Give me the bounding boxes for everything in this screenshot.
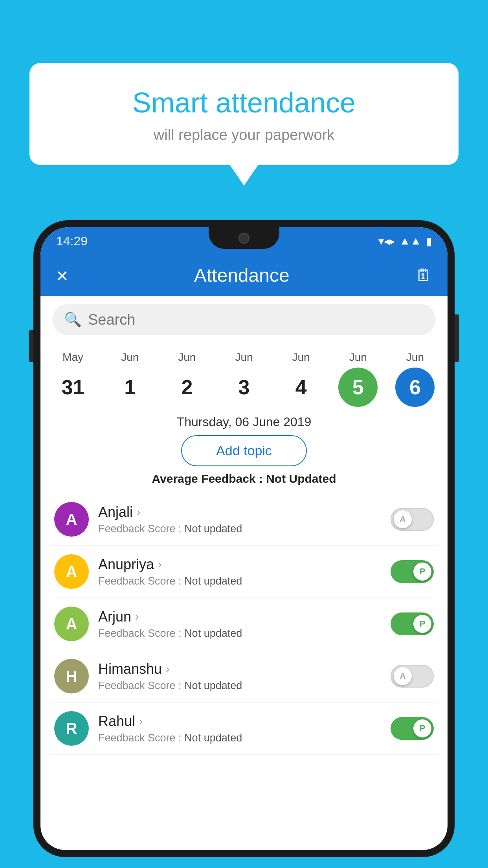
student-name-anjali: Anjali › [98, 504, 381, 520]
bubble-subtitle: will replace your paperwork [57, 127, 431, 143]
student-feedback-himanshu: Feedback Score : Not updated [98, 680, 381, 692]
avg-feedback-value: Not Updated [266, 472, 336, 485]
toggle-container-anjali[interactable]: A [391, 508, 434, 531]
phone-outer: 14:29 ▾◂▸ ▲▲ ▮ × Attendance 🗓 🔍 [33, 220, 455, 857]
app-header: × Attendance 🗓 [40, 255, 448, 296]
selected-date-label: Thursday, 06 June 2019 [40, 415, 448, 429]
student-info-rahul: Rahul › Feedback Score : Not updated [98, 713, 381, 744]
student-name-anupriya: Anupriya › [98, 556, 381, 573]
toggle-anjali[interactable]: A [391, 508, 434, 531]
chevron-icon-anjali: › [137, 506, 140, 519]
bubble-title: Smart attendance [57, 86, 431, 119]
volume-button [29, 330, 33, 362]
avatar-rahul: R [54, 711, 89, 746]
cal-day-jun1[interactable]: Jun 1 [105, 351, 156, 407]
toggle-anupriya[interactable]: P [391, 560, 434, 583]
student-feedback-arjun: Feedback Score : Not updated [98, 627, 381, 640]
average-feedback: Average Feedback : Not Updated [40, 472, 448, 485]
toggle-himanshu[interactable]: A [391, 665, 434, 688]
toggle-knob-anjali: A [394, 510, 412, 528]
battery-icon: ▮ [426, 235, 432, 248]
cal-day-jun5[interactable]: Jun 5 [332, 351, 383, 407]
student-item-arjun[interactable]: A Arjun › Feedback Score : Not updated P [50, 598, 438, 650]
student-list: A Anjali › Feedback Score : Not updated … [40, 493, 448, 755]
student-info-himanshu: Himanshu › Feedback Score : Not updated [98, 661, 381, 692]
search-input[interactable] [88, 311, 424, 328]
cal-day-jun6[interactable]: Jun 6 [389, 351, 440, 407]
toggle-container-rahul[interactable]: P [391, 717, 434, 740]
toggle-container-anupriya[interactable]: P [391, 560, 434, 583]
student-item-anjali[interactable]: A Anjali › Feedback Score : Not updated … [50, 493, 438, 546]
status-time: 14:29 [56, 234, 88, 248]
student-item-rahul[interactable]: R Rahul › Feedback Score : Not updated P [50, 702, 438, 755]
speech-bubble: Smart attendance will replace your paper… [29, 63, 459, 165]
student-item-anupriya[interactable]: A Anupriya › Feedback Score : Not update… [50, 546, 438, 598]
cal-day-jun4[interactable]: Jun 4 [275, 351, 327, 407]
search-icon: 🔍 [64, 311, 82, 328]
wifi-icon: ▾◂▸ [378, 235, 395, 248]
toggle-rahul[interactable]: P [391, 717, 434, 740]
avg-feedback-label: Average Feedback : [152, 472, 262, 485]
student-info-anjali: Anjali › Feedback Score : Not updated [98, 504, 381, 535]
speech-bubble-section: Smart attendance will replace your paper… [29, 63, 459, 165]
chevron-icon-rahul: › [139, 715, 143, 728]
student-info-arjun: Arjun › Feedback Score : Not updated [98, 609, 381, 640]
student-name-rahul: Rahul › [98, 713, 381, 730]
cal-day-may31[interactable]: May 31 [48, 351, 99, 407]
student-feedback-anupriya: Feedback Score : Not updated [98, 575, 381, 587]
status-icons: ▾◂▸ ▲▲ ▮ [378, 235, 432, 248]
phone-camera [238, 233, 250, 244]
chevron-icon-arjun: › [135, 611, 139, 623]
avatar-himanshu: H [54, 659, 89, 693]
toggle-knob-anupriya: P [413, 563, 431, 581]
student-name-himanshu: Himanshu › [98, 661, 381, 677]
calendar-icon[interactable]: 🗓 [415, 266, 432, 285]
header-title: Attendance [194, 265, 290, 286]
student-feedback-anjali: Feedback Score : Not updated [98, 523, 381, 535]
cal-day-jun2[interactable]: Jun 2 [161, 351, 213, 407]
student-feedback-rahul: Feedback Score : Not updated [98, 732, 381, 744]
avatar-anjali: A [54, 502, 89, 537]
toggle-arjun[interactable]: P [391, 612, 434, 635]
cal-day-jun3[interactable]: Jun 3 [218, 351, 270, 407]
power-button [455, 314, 459, 362]
add-topic-button[interactable]: Add topic [181, 435, 307, 466]
toggle-knob-arjun: P [413, 615, 431, 633]
toggle-container-arjun[interactable]: P [391, 612, 434, 635]
search-bar[interactable]: 🔍 [52, 304, 436, 335]
avatar-arjun: A [54, 607, 89, 641]
student-name-arjun: Arjun › [98, 609, 381, 625]
calendar-strip: May 31 Jun 1 Jun 2 Jun 3 Jun 4 [40, 343, 448, 407]
toggle-knob-himanshu: A [394, 667, 412, 685]
signal-icon: ▲▲ [400, 235, 421, 247]
avatar-anupriya: A [54, 554, 89, 589]
chevron-icon-anupriya: › [158, 558, 161, 571]
phone-frame: 14:29 ▾◂▸ ▲▲ ▮ × Attendance 🗓 🔍 [33, 220, 455, 868]
toggle-knob-rahul: P [413, 719, 431, 737]
student-info-anupriya: Anupriya › Feedback Score : Not updated [98, 556, 381, 587]
chevron-icon-himanshu: › [166, 663, 169, 675]
student-item-himanshu[interactable]: H Himanshu › Feedback Score : Not update… [50, 650, 438, 702]
close-button[interactable]: × [56, 265, 68, 286]
phone-screen: 14:29 ▾◂▸ ▲▲ ▮ × Attendance 🗓 🔍 [40, 227, 448, 850]
phone-notch [209, 227, 279, 249]
toggle-container-himanshu[interactable]: A [391, 665, 434, 688]
